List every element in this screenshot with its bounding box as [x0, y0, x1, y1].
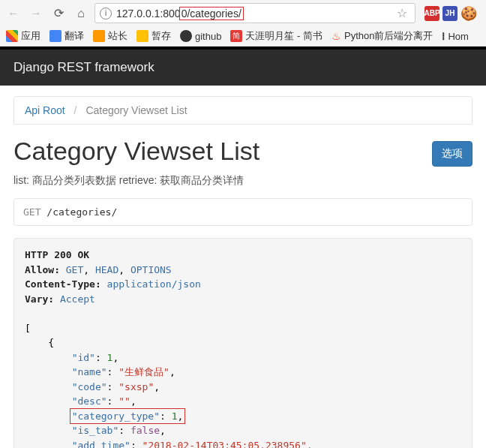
- home-button[interactable]: ⌂: [72, 5, 90, 23]
- response-box: HTTP 200 OK Allow: GET, HEAD, OPTIONS Co…: [14, 238, 472, 448]
- allow-options: OPTIONS: [130, 264, 172, 275]
- highlighted-field: "category_type": 1,: [70, 408, 186, 425]
- allow-label: Allow:: [25, 264, 60, 275]
- flame-icon: ♨: [332, 30, 341, 42]
- cookie-icon[interactable]: 🍪: [460, 5, 477, 22]
- info-icon[interactable]: i: [100, 8, 112, 20]
- bookmark-github[interactable]: github: [180, 30, 221, 42]
- back-button[interactable]: ←: [4, 5, 22, 23]
- bookmark-translate[interactable]: 翻译: [50, 29, 84, 43]
- breadcrumb-current: Category Viewset List: [86, 104, 187, 116]
- breadcrumb-sep: /: [74, 104, 77, 116]
- json-category-type: 1: [172, 410, 178, 422]
- page-title: Category Viewset List: [14, 137, 260, 166]
- request-path: /categories/: [46, 206, 117, 218]
- ct-value: application/json: [107, 278, 201, 290]
- vary-label: Vary:: [25, 293, 54, 305]
- options-button[interactable]: 选项: [432, 141, 472, 167]
- request-box: GET /categories/: [14, 198, 472, 226]
- bookmark-star-icon[interactable]: ☆: [394, 6, 410, 20]
- reload-button[interactable]: ⟳: [50, 5, 68, 23]
- content-area: Api Root / Category Viewset List Categor…: [0, 86, 486, 448]
- allow-get: GET: [66, 264, 83, 275]
- bookmark-zhanzhang[interactable]: 站长: [93, 29, 128, 43]
- bookmark-tianya[interactable]: 简天涯明月笙 - 简书: [230, 29, 322, 43]
- bookmarks-bar: 应用 翻译 站长 暂存 github 简天涯明月笙 - 简书 ♨Python前后…: [0, 26, 486, 46]
- bookmark-zancun[interactable]: 暂存: [136, 29, 171, 43]
- view-description: list: 商品分类列表数据 retrieve: 获取商品分类详情: [14, 174, 472, 188]
- jh-icon[interactable]: JH: [442, 6, 458, 21]
- page-header: Category Viewset List 选项: [14, 137, 472, 167]
- browser-chrome: ← → ⟳ ⌂ i 127.0.0.1:8000/categories/ ☆ A…: [0, 0, 486, 47]
- nav-row: ← → ⟳ ⌂ i 127.0.0.1:8000/categories/ ☆ A…: [0, 0, 486, 26]
- vary-value: Accept: [60, 293, 95, 305]
- bookmark-python[interactable]: ♨Python前后端分离开: [332, 29, 433, 43]
- url-highlight: 0/categories/: [179, 7, 244, 20]
- breadcrumb: Api Root / Category Viewset List: [14, 96, 472, 125]
- breadcrumb-root[interactable]: Api Root: [25, 104, 65, 116]
- request-method: GET: [23, 206, 40, 218]
- allow-head: HEAD: [95, 264, 118, 275]
- drf-brand[interactable]: Django REST framework: [14, 60, 154, 74]
- bookmark-hom[interactable]: ⁞Hom: [442, 30, 468, 42]
- dots-icon: ⁞: [442, 30, 445, 42]
- json-name: 生鲜食品: [124, 366, 164, 377]
- json-add-time: 2018-02-14T03:45:05.238956: [148, 440, 301, 449]
- forward-button[interactable]: →: [27, 5, 45, 23]
- json-id: 1: [107, 352, 113, 363]
- json-code: sxsp: [124, 381, 148, 392]
- ct-label: Content-Type:: [25, 278, 101, 290]
- url-bar[interactable]: i 127.0.0.1:8000/categories/ ☆: [94, 3, 416, 23]
- abp-icon[interactable]: ABP: [424, 6, 440, 21]
- json-is-tab: false: [130, 425, 160, 436]
- extensions: ABP JH 🍪: [420, 5, 482, 22]
- bookmark-apps[interactable]: 应用: [6, 29, 40, 43]
- url-text: 127.0.0.1:8000/categories/: [116, 8, 389, 20]
- http-status: HTTP 200 OK: [25, 249, 89, 260]
- drf-navbar: Django REST framework: [0, 50, 486, 86]
